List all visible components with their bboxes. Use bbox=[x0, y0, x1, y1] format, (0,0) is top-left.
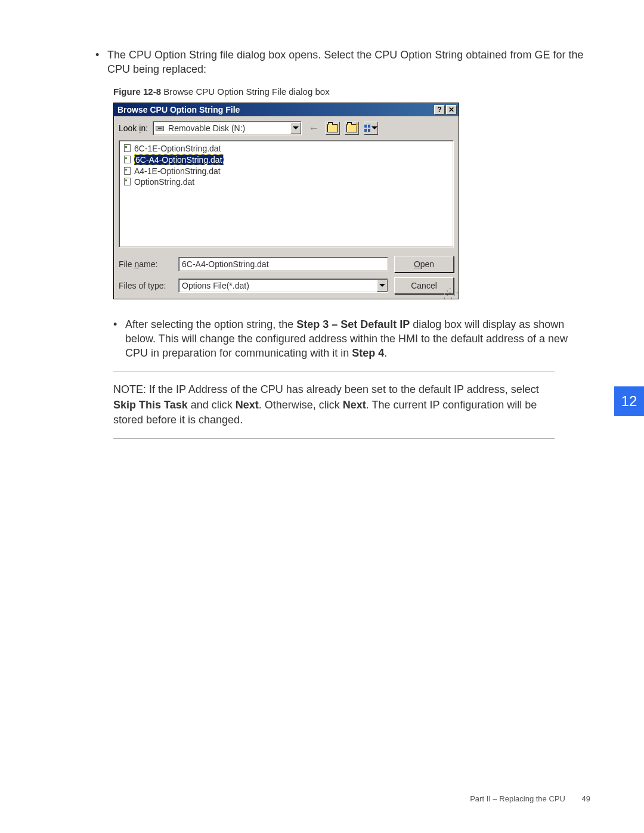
divider bbox=[113, 371, 555, 371]
file-icon bbox=[123, 167, 132, 175]
page-number: 49 bbox=[582, 794, 590, 803]
file-item[interactable]: A4-1E-OptionString.dat bbox=[122, 166, 451, 176]
file-name: 6C-1E-OptionString.dat bbox=[134, 144, 221, 153]
browse-file-dialog: Browse CPU Option String File ? ✕ Look i… bbox=[113, 103, 459, 299]
removable-disk-icon bbox=[155, 124, 165, 132]
help-button[interactable]: ? bbox=[434, 105, 445, 114]
file-item-selected[interactable]: 6C-A4-OptionString.dat bbox=[122, 154, 451, 166]
bullet-text-2: After selecting the option string, the S… bbox=[125, 317, 590, 361]
chapter-tab: 12 bbox=[614, 386, 644, 416]
file-name: 6C-A4-OptionString.dat bbox=[134, 154, 224, 165]
dialog-titlebar: Browse CPU Option String File ? ✕ bbox=[114, 103, 459, 116]
views-icon bbox=[364, 125, 370, 132]
back-button[interactable]: ← bbox=[306, 122, 321, 135]
folder-new-icon bbox=[346, 124, 357, 132]
lookin-toolbar: Look in: Removable Disk (N:) ← bbox=[114, 116, 459, 140]
bullet-item-1: • The CPU Option String file dialog box … bbox=[95, 48, 590, 77]
bullet-item-2: • After selecting the option string, the… bbox=[113, 317, 590, 361]
chevron-down-icon bbox=[371, 126, 377, 129]
arrow-left-icon: ← bbox=[308, 123, 319, 134]
file-item[interactable]: OptionString.dat bbox=[122, 176, 451, 187]
filetype-label: Files of type: bbox=[119, 281, 172, 290]
file-name: A4-1E-OptionString.dat bbox=[134, 166, 221, 176]
bullet-dot: • bbox=[113, 317, 125, 361]
resize-grip-icon[interactable]: ⋰⋰⋰ bbox=[443, 289, 457, 298]
lookin-label: Look in: bbox=[119, 123, 148, 133]
note-block: NOTE: If the IP Address of the CPU has a… bbox=[113, 382, 555, 428]
lookin-value: Removable Disk (N:) bbox=[167, 123, 290, 133]
lookin-combo[interactable]: Removable Disk (N:) bbox=[153, 121, 302, 135]
up-folder-button[interactable] bbox=[326, 122, 340, 135]
file-icon bbox=[123, 144, 132, 153]
folder-up-icon bbox=[327, 124, 338, 132]
file-list[interactable]: 6C-1E-OptionString.dat 6C-A4-OptionStrin… bbox=[119, 140, 454, 247]
dropdown-icon[interactable] bbox=[290, 122, 301, 134]
file-icon bbox=[123, 156, 132, 164]
figure-title: Browse CPU Option String File dialog box bbox=[161, 86, 330, 97]
dropdown-icon[interactable] bbox=[377, 280, 388, 292]
close-button[interactable]: ✕ bbox=[446, 105, 457, 114]
views-button[interactable] bbox=[364, 122, 378, 135]
bullet-dot: • bbox=[95, 48, 107, 77]
bullet-text-1: The CPU Option String file dialog box op… bbox=[107, 48, 590, 77]
footer-text: Part II – Replacing the CPU bbox=[470, 794, 565, 803]
new-folder-button[interactable] bbox=[345, 122, 359, 135]
figure-number: Figure 12-8 bbox=[113, 86, 161, 97]
dialog-title: Browse CPU Option String File bbox=[117, 105, 433, 114]
file-name: OptionString.dat bbox=[134, 177, 194, 187]
filename-input[interactable]: 6C-A4-OptionString.dat bbox=[178, 257, 388, 271]
file-item[interactable]: 6C-1E-OptionString.dat bbox=[122, 143, 451, 154]
divider bbox=[113, 438, 555, 439]
filetype-value: Options File(*.dat) bbox=[181, 281, 377, 290]
filename-label: File name: bbox=[119, 259, 172, 269]
dialog-bottom: File name: 6C-A4-OptionString.dat Open F… bbox=[114, 252, 459, 299]
page-footer: Part II – Replacing the CPU 49 bbox=[470, 794, 590, 803]
file-icon bbox=[123, 178, 132, 186]
figure-caption: Figure 12-8 Browse CPU Option String Fil… bbox=[113, 86, 590, 97]
filetype-combo[interactable]: Options File(*.dat) bbox=[178, 278, 388, 293]
open-button[interactable]: Open bbox=[394, 256, 454, 272]
